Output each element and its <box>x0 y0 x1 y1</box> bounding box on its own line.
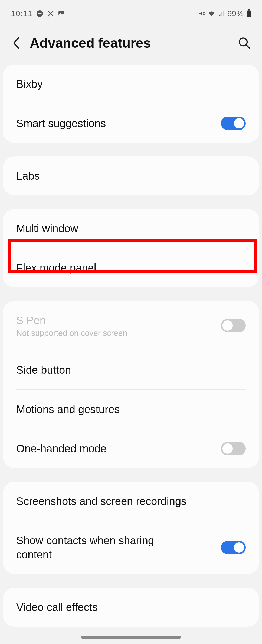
settings-group: Video call effects <box>3 588 259 627</box>
x-app-icon <box>47 10 54 17</box>
settings-item-video-call-effects[interactable]: Video call effects <box>3 588 259 627</box>
settings-group: Bixby Smart suggestions <box>3 65 259 143</box>
item-label: Motions and gestures <box>16 402 246 416</box>
settings-item-s-pen[interactable]: S Pen Not supported on cover screen <box>3 301 259 350</box>
item-label: Bixby <box>16 77 246 91</box>
item-label: Screenshots and screen recordings <box>16 494 246 508</box>
settings-group: S Pen Not supported on cover screen Side… <box>3 301 259 468</box>
page-header: Advanced features <box>0 24 262 65</box>
toggle-wrap <box>214 319 246 332</box>
settings-item-labs[interactable]: Labs <box>3 156 259 195</box>
mute-icon <box>199 10 205 17</box>
toggle-divider <box>214 319 214 332</box>
settings-item-side-button[interactable]: Side button <box>3 350 259 389</box>
item-label: Video call effects <box>16 600 246 614</box>
settings-item-motions-gestures[interactable]: Motions and gestures <box>3 390 259 429</box>
item-label: S Pen <box>16 313 214 327</box>
signal-icon <box>218 10 225 17</box>
status-right: 6 99% <box>199 9 251 18</box>
item-label: Multi window <box>16 221 246 236</box>
toggle-smart-suggestions[interactable] <box>221 117 246 130</box>
item-label: Flex mode panel <box>16 261 246 275</box>
wifi-icon: 6 <box>208 10 215 17</box>
page-title: Advanced features <box>30 35 230 51</box>
status-time: 10:11 <box>11 9 32 18</box>
svg-rect-5 <box>220 14 221 16</box>
item-label: Show contacts when sharing content <box>16 533 184 562</box>
search-icon <box>238 37 251 49</box>
settings-item-smart-suggestions[interactable]: Smart suggestions <box>3 104 259 143</box>
toggle-divider <box>214 442 214 455</box>
image-icon <box>58 10 65 17</box>
battery-icon <box>246 9 251 18</box>
svg-text:6: 6 <box>214 11 215 14</box>
svg-line-11 <box>246 45 250 48</box>
toggle-wrap <box>214 442 246 455</box>
dnd-icon <box>36 10 43 17</box>
search-button[interactable] <box>238 36 251 50</box>
status-left: 10:11 <box>11 9 65 18</box>
battery-percentage: 99% <box>227 9 244 18</box>
settings-item-show-contacts[interactable]: Show contacts when sharing content <box>3 521 259 574</box>
item-label: Smart suggestions <box>16 116 214 130</box>
toggle-s-pen[interactable] <box>221 319 246 332</box>
settings-item-screenshots[interactable]: Screenshots and screen recordings <box>3 482 259 521</box>
svg-rect-8 <box>248 9 250 11</box>
gesture-bar[interactable] <box>81 636 181 639</box>
settings-item-multi-window[interactable]: Multi window <box>3 209 259 248</box>
item-sublabel: Not supported on cover screen <box>16 329 214 338</box>
toggle-one-handed-mode[interactable] <box>221 442 246 455</box>
settings-group: Labs <box>3 156 259 195</box>
item-label: One-handed mode <box>16 442 214 456</box>
chevron-left-icon <box>12 37 20 49</box>
toggle-divider <box>214 117 214 130</box>
status-bar: 10:11 6 99% <box>0 0 262 24</box>
settings-group: Multi window Flex mode panel <box>3 209 259 287</box>
svg-rect-4 <box>219 15 220 16</box>
svg-rect-6 <box>221 12 222 16</box>
svg-rect-9 <box>247 11 251 17</box>
item-label: Labs <box>16 169 246 183</box>
settings-item-bixby[interactable]: Bixby <box>3 65 259 104</box>
svg-rect-7 <box>223 11 224 16</box>
svg-rect-1 <box>38 13 42 14</box>
toggle-wrap <box>221 541 246 554</box>
settings-group: Screenshots and screen recordings Show c… <box>3 482 259 574</box>
back-button[interactable] <box>11 38 22 49</box>
settings-item-one-handed-mode[interactable]: One-handed mode <box>3 429 259 468</box>
settings-item-flex-mode-panel[interactable]: Flex mode panel <box>3 248 259 287</box>
toggle-wrap <box>214 117 246 130</box>
item-label: Side button <box>16 363 246 377</box>
toggle-show-contacts[interactable] <box>221 541 246 554</box>
